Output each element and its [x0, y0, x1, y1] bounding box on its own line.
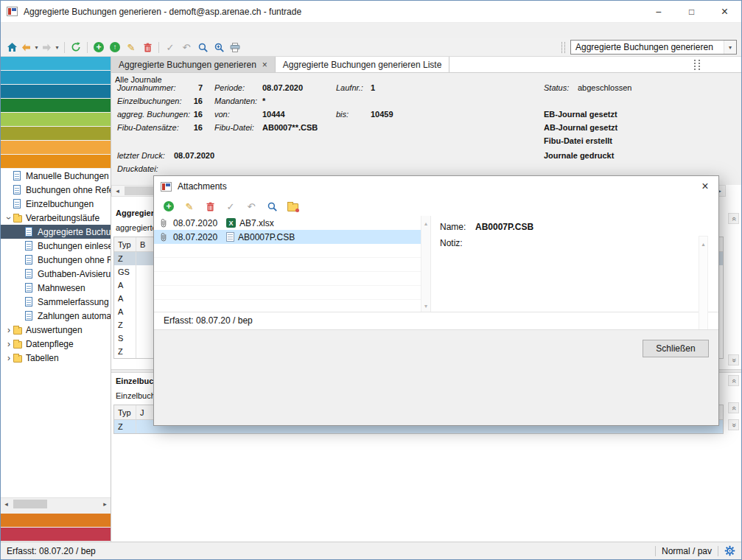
- tab-aggregierte-buchungen-generieren-liste[interactable]: Aggregierte Buchungen generieren Liste: [276, 57, 449, 72]
- scroll-down-icon[interactable]: [424, 300, 427, 310]
- sidebar-category[interactable]: [1, 85, 111, 98]
- tree-item-icon: [25, 297, 32, 307]
- search-button[interactable]: [195, 39, 211, 55]
- search-plus-icon: [214, 43, 224, 52]
- refresh-icon: [71, 42, 81, 52]
- navigation-combobox[interactable]: Aggregierte Buchungen generieren: [570, 40, 737, 55]
- back-history-dropdown[interactable]: [32, 39, 41, 55]
- grid1-scroll-up-button[interactable]: [728, 213, 739, 224]
- scroll-right-icon[interactable]: [99, 498, 111, 510]
- save-button[interactable]: [162, 39, 178, 55]
- menu-item[interactable]: [14, 29, 26, 33]
- dialog-close-button[interactable]: [692, 176, 718, 197]
- tree-item[interactable]: Sammelerfassung S: [1, 295, 111, 309]
- column-typ[interactable]: Typ: [114, 405, 136, 419]
- home-button[interactable]: [4, 39, 20, 55]
- tree-item[interactable]: Datenpflege: [1, 337, 111, 351]
- undo-button[interactable]: [178, 39, 195, 55]
- tree-item[interactable]: Buchungen ohne R: [1, 253, 111, 267]
- close-button[interactable]: [708, 1, 741, 23]
- menu-item[interactable]: [38, 29, 49, 33]
- paperclip-icon: [154, 232, 173, 242]
- column-typ[interactable]: Typ: [114, 237, 136, 251]
- import-button[interactable]: [107, 39, 123, 55]
- tab-aggregierte-buchungen-generieren[interactable]: Aggregierte Buchungen generieren: [111, 57, 276, 72]
- edit-button[interactable]: [123, 39, 139, 55]
- search-list-button[interactable]: [211, 39, 227, 55]
- grid2-scroll-down-button[interactable]: [728, 419, 739, 430]
- attachment-add-button[interactable]: [161, 198, 177, 214]
- forward-button[interactable]: [41, 39, 53, 55]
- tree-item[interactable]: Buchungen ohne Refe: [1, 183, 111, 197]
- combobox-dropdown-icon[interactable]: [724, 41, 736, 54]
- sidebar-category[interactable]: [1, 155, 111, 168]
- attachment-undo-button[interactable]: [243, 198, 259, 214]
- maximize-button[interactable]: [675, 1, 708, 23]
- scrollbar-track[interactable]: [12, 498, 99, 510]
- tree-item[interactable]: Buchungen einlese: [1, 239, 111, 253]
- menu-item[interactable]: [26, 29, 38, 33]
- tree-item[interactable]: Mahnwesen: [1, 281, 111, 295]
- grid2-scroll-up2-button[interactable]: [728, 402, 739, 413]
- sidebar-category[interactable]: [1, 141, 111, 154]
- journal-form: Alle Journale Journalnummer: 7 Periode: …: [111, 73, 741, 185]
- tree-item[interactable]: Aggregierte Buchun: [1, 225, 111, 239]
- toolbar-separator: [87, 42, 88, 53]
- tree-item[interactable]: Verarbeitungsläufe: [1, 211, 111, 225]
- scroll-left-icon[interactable]: [1, 498, 12, 510]
- settings-gear-button[interactable]: [724, 545, 735, 556]
- attachments-scrollbar[interactable]: [421, 216, 430, 312]
- sidebar-category[interactable]: [1, 113, 111, 126]
- print-button[interactable]: [227, 39, 243, 55]
- attachment-row[interactable]: 08.07.2020 AB7.xlsx: [154, 216, 430, 230]
- scroll-left-icon[interactable]: [112, 185, 123, 197]
- refresh-button[interactable]: [68, 39, 84, 55]
- notiz-scrollbar[interactable]: [699, 236, 708, 340]
- attachment-open-folder-button[interactable]: [284, 198, 301, 214]
- attachment-row[interactable]: 08.07.2020 AB0007P.CSB: [154, 230, 430, 244]
- tree-item[interactable]: Guthaben-Avisierung: [1, 267, 111, 281]
- aggreg-buchungen-value: 16: [117, 110, 203, 119]
- scroll-up-icon[interactable]: [424, 217, 427, 228]
- menu-item[interactable]: [49, 29, 61, 33]
- schliessen-button[interactable]: Schließen: [643, 340, 709, 357]
- back-button[interactable]: [20, 39, 32, 55]
- attachment-save-button[interactable]: [223, 198, 239, 214]
- tree-item[interactable]: Zahlungen automat: [1, 309, 111, 323]
- tree-item[interactable]: Tabellen: [1, 351, 111, 365]
- mandanten-value: *: [262, 97, 265, 105]
- undo-icon: [183, 42, 191, 53]
- toolbar-grip[interactable]: [561, 42, 565, 53]
- add-button[interactable]: [91, 39, 107, 55]
- tab-close-icon[interactable]: [262, 60, 267, 70]
- tree-item[interactable]: Manuelle Buchungen: [1, 169, 111, 183]
- sidebar-category[interactable]: [1, 127, 111, 140]
- attachment-search-button[interactable]: [264, 198, 280, 214]
- chevron-up-icon: [730, 379, 738, 383]
- tree-item-label: Auswertungen: [26, 325, 83, 335]
- attachment-delete-button[interactable]: [202, 198, 218, 214]
- sidebar-category[interactable]: [1, 71, 111, 84]
- sidebar-horizontal-scrollbar[interactable]: [1, 497, 111, 509]
- sidebar-category[interactable]: [1, 514, 111, 527]
- menu-item[interactable]: [2, 29, 14, 33]
- scroll-up-icon[interactable]: [701, 238, 704, 248]
- sidebar-category[interactable]: [1, 57, 111, 70]
- delete-button[interactable]: [139, 39, 155, 55]
- sidebar-category[interactable]: [1, 528, 111, 541]
- cell-typ: A: [114, 279, 136, 292]
- flag-journale-gedruckt: Journale gedruckt: [544, 151, 614, 160]
- tree-item-icon: [25, 227, 32, 237]
- sidebar-category[interactable]: [1, 99, 111, 112]
- tree-item[interactable]: Auswertungen: [1, 323, 111, 337]
- forward-history-dropdown[interactable]: [53, 39, 61, 55]
- grid2-scroll-up-button[interactable]: [728, 375, 739, 386]
- cell-typ: Z: [114, 318, 136, 332]
- tree-item[interactable]: Einzelbuchungen: [1, 197, 111, 211]
- grid1-scroll-down-button[interactable]: [728, 354, 739, 365]
- attachment-file: AB7.xlsx: [226, 218, 430, 228]
- attachment-edit-button[interactable]: [181, 198, 197, 214]
- scrollbar-thumb[interactable]: [13, 500, 47, 508]
- tab-options-icon[interactable]: [694, 60, 700, 70]
- minimize-button[interactable]: [642, 1, 675, 23]
